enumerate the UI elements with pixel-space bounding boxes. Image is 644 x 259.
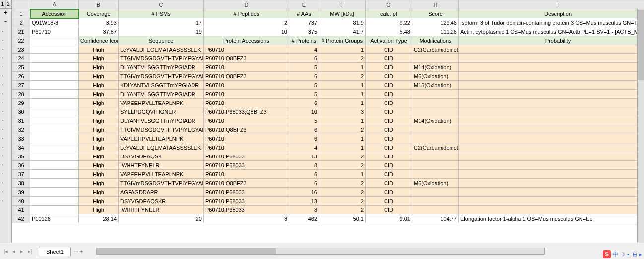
cell[interactable]: P60710;P68033 — [204, 206, 289, 214]
cell[interactable]: 6 — [289, 179, 319, 188]
cell[interactable]: CID — [366, 161, 412, 170]
column-header-A[interactable]: A — [30, 0, 79, 9]
cell[interactable]: 4 — [289, 45, 319, 54]
cell[interactable]: P60710;P68033;Q8BFZ3 — [204, 107, 289, 116]
cell[interactable]: 38.87 — [459, 81, 644, 90]
header-cell[interactable]: Accession — [30, 9, 79, 18]
cell[interactable]: 87.60 — [459, 107, 644, 116]
cell[interactable]: P10126 — [30, 214, 79, 223]
cell[interactable]: TTGIVmDSGDGVTHTVPIYEGYAL — [119, 72, 204, 81]
cell[interactable]: 104.77 — [412, 214, 459, 223]
cell[interactable]: Actin, cytoplasmic 1 OS=Mus musculus GN=… — [459, 27, 644, 36]
column-header-D[interactable]: D — [204, 0, 289, 9]
cell[interactable] — [30, 99, 79, 107]
cell[interactable]: High — [79, 99, 119, 107]
header-cell[interactable]: Modifications — [412, 36, 459, 45]
cell[interactable]: High — [79, 134, 119, 143]
cell[interactable]: 13 — [289, 152, 319, 161]
cell[interactable] — [30, 134, 79, 143]
outline-expand-button[interactable]: + — [3, 9, 9, 18]
cell[interactable]: M14(Oxidation) — [412, 116, 459, 125]
header-cell[interactable] — [30, 36, 79, 45]
moon-icon[interactable]: ☽ — [620, 251, 625, 258]
header-cell[interactable]: Confidence Icon — [79, 36, 119, 45]
cell[interactable]: 5 — [289, 116, 319, 125]
cell[interactable]: 52.82 — [459, 188, 644, 197]
cell[interactable]: 19 — [119, 27, 204, 36]
cell[interactable]: 28.14 — [79, 214, 119, 223]
header-cell[interactable]: MW [kDa] — [319, 9, 366, 18]
cell[interactable] — [30, 125, 79, 134]
cell[interactable] — [30, 45, 79, 54]
cell[interactable] — [412, 54, 459, 63]
cell[interactable]: 2 — [319, 197, 366, 206]
cell[interactable] — [412, 134, 459, 143]
cell[interactable]: High — [79, 45, 119, 54]
add-sheet-button[interactable]: ··· + — [71, 247, 86, 256]
cell[interactable]: DLYANTVLSGGTTmYPGIADR — [119, 63, 204, 72]
cell[interactable]: 122.31 — [459, 54, 644, 63]
vertical-scrollbar[interactable] — [637, 9, 644, 243]
cell[interactable]: 13 — [289, 197, 319, 206]
cell[interactable]: 40.36 — [459, 206, 644, 214]
cell[interactable]: High — [79, 152, 119, 161]
cell[interactable]: 8 — [204, 214, 289, 223]
cell[interactable] — [412, 206, 459, 214]
column-header-E[interactable]: E — [289, 0, 319, 9]
header-cell[interactable]: # AAs — [289, 9, 319, 18]
row-header[interactable]: 22 — [12, 36, 30, 45]
cell[interactable]: 17 — [119, 18, 204, 27]
cell[interactable]: CID — [366, 152, 412, 161]
sogou-icon[interactable]: S — [603, 250, 611, 258]
cell[interactable] — [30, 197, 79, 206]
cell[interactable] — [30, 206, 79, 214]
column-header-B[interactable]: B — [79, 0, 119, 9]
cell[interactable]: High — [79, 170, 119, 179]
row-header[interactable]: 37 — [12, 170, 30, 179]
cell[interactable]: P60710;Q8BFZ3 — [204, 72, 289, 81]
cell[interactable]: VAPEEHPVLLTEAPLNPK — [119, 134, 204, 143]
header-cell[interactable]: Protein Accessions — [204, 36, 289, 45]
cell[interactable]: High — [79, 161, 119, 170]
cell[interactable]: 74.10 — [459, 90, 644, 99]
cell[interactable]: 2 — [204, 18, 289, 27]
cell[interactable] — [30, 107, 79, 116]
cell[interactable]: DSYVGDEAQSK — [119, 152, 204, 161]
column-header-C[interactable]: C — [119, 0, 204, 9]
cell[interactable]: C2(Carbamidomethy — [412, 45, 459, 54]
cell[interactable]: 5.48 — [366, 27, 412, 36]
cell[interactable]: 58.90 — [459, 170, 644, 179]
tray-caret-icon[interactable]: ▸ — [639, 251, 642, 258]
cell[interactable]: DLYANTVLSGGTTMYPGIADR — [119, 90, 204, 99]
cell[interactable]: 462 — [289, 214, 319, 223]
cell[interactable]: 41.7 — [319, 27, 366, 36]
cell[interactable]: 1 — [319, 116, 366, 125]
cell[interactable]: CID — [366, 179, 412, 188]
cell[interactable]: 20 — [119, 214, 204, 223]
cell[interactable]: 74.63 — [459, 197, 644, 206]
cell[interactable]: P60710 — [204, 45, 289, 54]
tab-nav-first[interactable]: |◂ — [2, 248, 9, 255]
cell[interactable]: 9.01 — [366, 214, 412, 223]
row-header[interactable]: 28 — [12, 90, 30, 99]
cell[interactable]: High — [79, 63, 119, 72]
outline-collapse-button[interactable]: − — [3, 18, 9, 27]
keyboard-icon[interactable]: ⊞ — [633, 251, 637, 258]
cell[interactable]: 111.26 — [412, 27, 459, 36]
cell[interactable]: 81.9 — [319, 18, 366, 27]
row-header[interactable]: 32 — [12, 125, 30, 134]
row-header[interactable]: 42 — [12, 214, 30, 223]
cell[interactable]: IWHHTFYNELR — [119, 161, 204, 170]
cell[interactable]: High — [79, 81, 119, 90]
cell[interactable]: P60710;Q8BFZ3 — [204, 54, 289, 63]
row-header[interactable]: 26 — [12, 72, 30, 81]
header-cell[interactable]: calc. pI — [366, 9, 412, 18]
cell[interactable]: P60710 — [204, 134, 289, 143]
cell[interactable]: TTGIVMDSGDGVTHTVPIYEGYAL — [119, 125, 204, 134]
cell[interactable]: CID — [366, 99, 412, 107]
cell[interactable]: 1 — [319, 45, 366, 54]
cell[interactable]: P60710 — [204, 63, 289, 72]
row-header[interactable]: 31 — [12, 116, 30, 125]
cell[interactable]: 2 — [319, 161, 366, 170]
hscroll-thumb[interactable] — [97, 248, 276, 254]
